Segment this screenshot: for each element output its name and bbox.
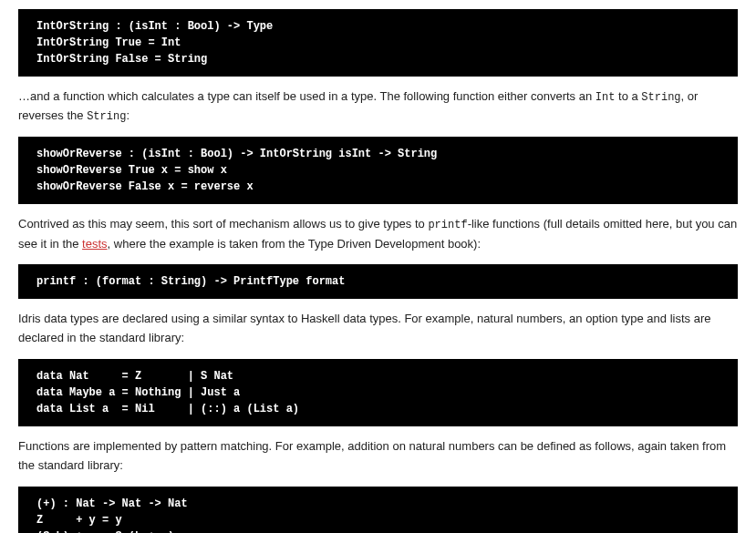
- paragraph-function-type: …and a function which calculates a type …: [18, 87, 738, 126]
- paragraph-pattern-matching: Functions are implemented by pattern mat…: [18, 437, 738, 476]
- inline-code-string: String: [641, 91, 680, 104]
- code-block-intorstring: IntOrString : (isInt : Bool) -> Type Int…: [18, 9, 738, 77]
- tests-link[interactable]: tests: [82, 237, 107, 251]
- paragraph-printf: Contrived as this may seem, this sort of…: [18, 215, 738, 253]
- code-block-datatypes: data Nat = Z | S Nat data Maybe a = Noth…: [18, 359, 738, 426]
- code-block-printf: printf : (format : String) -> PrintfType…: [18, 264, 738, 299]
- code-block-showorreverse: showOrReverse : (isInt : Bool) -> IntOrS…: [18, 137, 738, 204]
- prose-text: Contrived as this may seem, this sort of…: [18, 217, 428, 231]
- inline-code-int: Int: [595, 91, 616, 104]
- prose-text: :: [126, 108, 129, 122]
- inline-code-printf: printf: [428, 219, 467, 231]
- inline-code-string2: String: [87, 110, 126, 123]
- prose-text: to a: [615, 89, 641, 103]
- paragraph-datatypes: Idris data types are declared using a si…: [18, 310, 738, 348]
- prose-text: , where the example is taken from the Ty…: [108, 237, 481, 251]
- code-block-plus: (+) : Nat -> Nat -> Nat Z + y = y (S k) …: [18, 487, 738, 533]
- prose-text: …and a function which calculates a type …: [18, 89, 595, 103]
